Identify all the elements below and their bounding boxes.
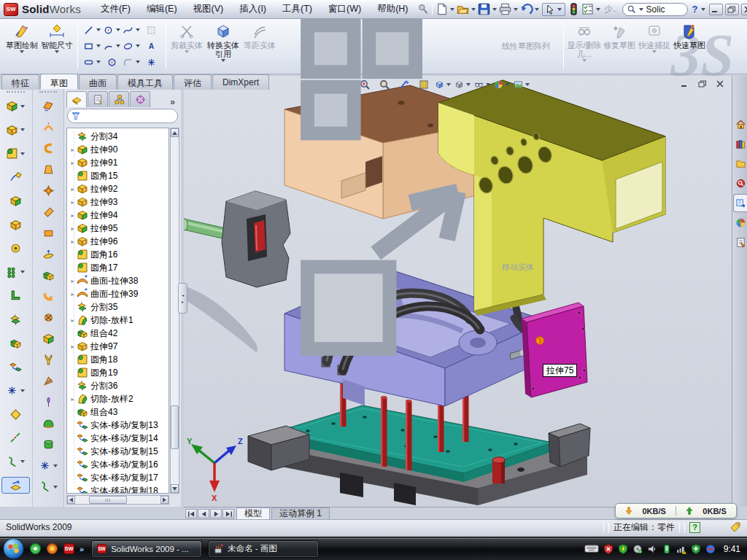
tree-item[interactable]: ▸曲面-拉伸39 [69,287,169,300]
dropdown-icon[interactable] [492,8,497,11]
extruded-boss-button[interactable] [1,98,30,114]
solidworks-resources-tab[interactable] [733,115,747,133]
spline-curve-button[interactable] [34,478,63,495]
toolbar-overflow-label[interactable]: 少.. [604,4,616,15]
dropdown-icon[interactable] [116,28,120,31]
tab-评估[interactable]: 评估 [174,74,212,90]
dimxpertmanager-tab[interactable] [130,91,150,107]
convert-entities-button[interactable]: 转换实体引用 [204,20,242,71]
revolved-boss-button[interactable] [1,192,30,209]
solidworks-shortcut-icon[interactable]: SW [63,542,75,555]
tab-DimXpert[interactable]: DimXpert [212,74,269,90]
expand-arrow-icon[interactable]: ▸ [69,212,77,219]
menu-item-5[interactable]: 窗口(W) [320,1,369,18]
select-tool-button[interactable] [542,3,565,16]
parting-surface-button[interactable] [34,351,63,368]
minimize-button[interactable] [709,4,723,15]
menu-item-4[interactable]: 工具(T) [274,1,320,18]
point-tool[interactable] [142,54,161,70]
tree-item[interactable]: 实体-移动/复制18 [69,484,169,494]
parting-line-button[interactable] [34,288,63,305]
dropdown-icon[interactable] [596,8,600,11]
dropdown-icon[interactable] [20,105,25,108]
circle-tool[interactable] [102,22,122,38]
dropdown-icon[interactable] [136,44,140,47]
tree-item[interactable]: 分割36 [69,379,169,392]
options-icon[interactable] [581,2,595,16]
tree-item[interactable]: 圆角15 [69,169,169,182]
volume-icon[interactable] [647,544,657,554]
dropdown-icon[interactable] [20,128,25,131]
tree-filter-input[interactable] [67,109,178,123]
rib-button[interactable] [1,287,30,304]
planar-surface-button[interactable] [34,98,63,114]
undercut-analysis-button[interactable] [34,394,63,411]
extruded-cut-button[interactable] [1,122,30,139]
filled-surface-button[interactable] [34,246,63,262]
keyboard-layout-icon[interactable] [584,544,599,553]
tree-item[interactable]: 圆角17 [69,261,169,274]
scroll-up-button[interactable] [171,128,179,137]
previous-tab-button[interactable] [198,509,209,518]
scroll-left-button[interactable] [67,496,75,504]
dropdown-icon[interactable] [701,8,705,11]
expand-arrow-icon[interactable]: ▸ [69,186,77,192]
menu-item-2[interactable]: 视图(V) [185,1,232,18]
dropdown-icon[interactable] [96,28,101,31]
hole-wizard-button[interactable] [1,240,30,257]
tree-item[interactable]: ▸拉伸92 [69,182,169,195]
dropdown-icon[interactable] [96,44,101,47]
panel-splitter[interactable]: ◂▸ [178,283,187,314]
restore-icon[interactable] [698,80,707,88]
pin-toolbar-icon[interactable] [416,2,430,16]
sketch-tool-button[interactable] [34,457,63,474]
mold-box-button[interactable] [34,330,63,347]
view-palette-tab[interactable] [733,194,747,212]
tree-item[interactable]: 分割34 [69,130,169,143]
dropdown-icon[interactable] [53,464,58,467]
minimize-icon[interactable] [681,80,689,88]
spline-tool[interactable] [122,22,142,38]
tree-item[interactable]: ▸切除-放样2 [69,392,169,405]
sketch-button[interactable]: 草图绘制 [4,20,39,71]
cavity-button[interactable] [34,436,63,453]
shut-off-surface-button[interactable] [34,309,63,326]
tree-item[interactable]: 组合42 [69,327,169,340]
propertymanager-tab[interactable] [88,91,108,107]
system-update-icon[interactable] [632,544,643,554]
tab-曲面[interactable]: 曲面 [79,74,117,90]
polygon-tool[interactable] [102,54,122,70]
wireless-warning-icon[interactable] [676,544,686,554]
linear-pattern-button[interactable] [1,264,30,281]
offset-surface-button[interactable] [34,140,63,157]
menu-item-1[interactable]: 编辑(E) [139,1,185,18]
model-tab-1[interactable]: 运动算例 1 [271,508,330,519]
expand-arrow-icon[interactable]: ▸ [69,238,77,245]
tree-item[interactable]: ▸拉伸94 [69,209,169,222]
panel-tabs-overflow[interactable]: » [166,97,179,107]
open-document-icon[interactable] [456,2,470,16]
expand-arrow-icon[interactable]: ▸ [69,225,77,232]
configurationmanager-tab[interactable] [109,91,129,107]
tab-特征[interactable]: 特征 [1,74,39,90]
close-icon[interactable] [716,80,724,88]
dropdown-icon[interactable] [20,271,25,273]
spline-curve-button[interactable] [1,454,30,470]
lofted-cut-button[interactable] [1,217,30,233]
dropdown-icon[interactable] [514,8,518,11]
messenger-icon[interactable] [29,542,42,555]
defender-icon[interactable] [691,544,701,554]
sync-status-icon[interactable] [705,544,716,554]
search-input[interactable]: Solic [622,3,688,16]
undo-icon[interactable] [519,2,533,16]
tree-item[interactable]: ▸拉伸97 [69,340,169,353]
slot-tool[interactable] [82,54,102,70]
dropdown-icon[interactable] [20,460,25,463]
expand-arrow-icon[interactable]: ▸ [69,147,77,153]
split-button[interactable] [1,311,30,328]
expand-arrow-icon[interactable]: ▸ [69,317,77,324]
expand-arrow-icon[interactable]: ▸ [69,278,77,284]
tree-item[interactable]: ▸拉伸91 [69,156,169,169]
scroll-right-button[interactable] [160,496,169,504]
toolbar-grip[interactable] [39,91,57,94]
